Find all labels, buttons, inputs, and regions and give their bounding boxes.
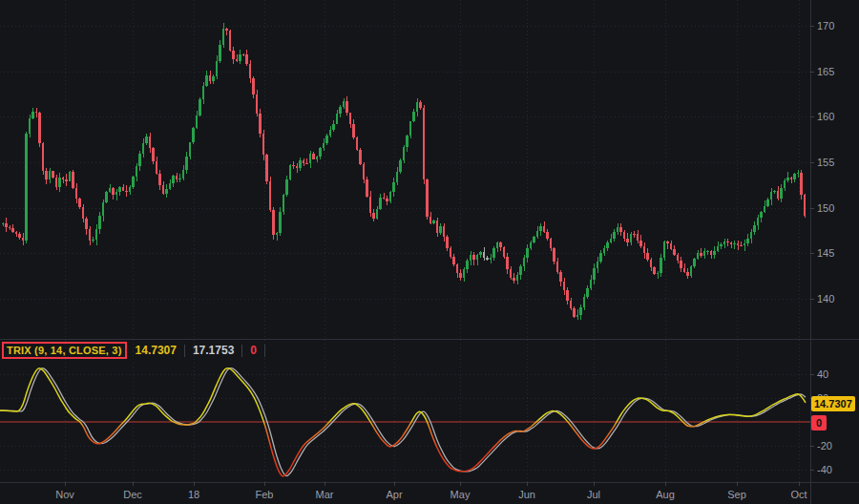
time-axis-label: Dec (123, 489, 142, 500)
price-axis-label: 145 (817, 247, 834, 259)
time-axis-label: Nov (55, 489, 74, 500)
chart-canvas[interactable] (0, 0, 859, 504)
time-axis-label: 18 (188, 489, 199, 500)
time-axis-label: Feb (256, 489, 274, 500)
trix-value-badge: 14.7307 (811, 396, 855, 411)
zero-line-badge: 0 (811, 415, 827, 430)
time-axis-label: Oct (790, 489, 807, 500)
time-axis-label: Aug (656, 489, 675, 500)
trix-axis-label: -40 (817, 464, 832, 475)
price-axis-label: 170 (817, 20, 834, 32)
price-axis-label: 140 (817, 293, 834, 304)
indicator-title[interactable]: TRIX (9, 14, CLOSE, 3) (2, 342, 127, 359)
price-axis-label: 155 (817, 157, 834, 168)
time-axis-label: Mar (316, 489, 334, 500)
legend-divider (184, 345, 185, 357)
time-axis-label: Sep (727, 489, 746, 500)
trix-axis-label: 40 (817, 368, 828, 380)
time-axis-label: Apr (386, 489, 402, 500)
price-axis-label: 160 (817, 111, 834, 122)
indicator-value-zero: 0 (250, 344, 257, 357)
indicator-legend: TRIX (9, 14, CLOSE, 3) 14.7307 17.1753 0 (2, 342, 273, 359)
chart-root: TRIX (9, 14, CLOSE, 3) 14.7307 17.1753 0… (0, 0, 859, 504)
legend-divider (241, 345, 242, 357)
trix-axis-label: -20 (817, 440, 832, 452)
time-axis-label: Jun (518, 489, 535, 500)
time-axis-label: May (450, 489, 471, 500)
legend-divider (264, 345, 265, 357)
price-axis-label: 165 (817, 66, 834, 77)
price-axis-label: 150 (817, 202, 834, 214)
time-axis-label: Jul (587, 489, 600, 500)
indicator-value-signal: 17.1753 (193, 344, 234, 357)
indicator-value-trix: 14.7307 (136, 344, 177, 357)
